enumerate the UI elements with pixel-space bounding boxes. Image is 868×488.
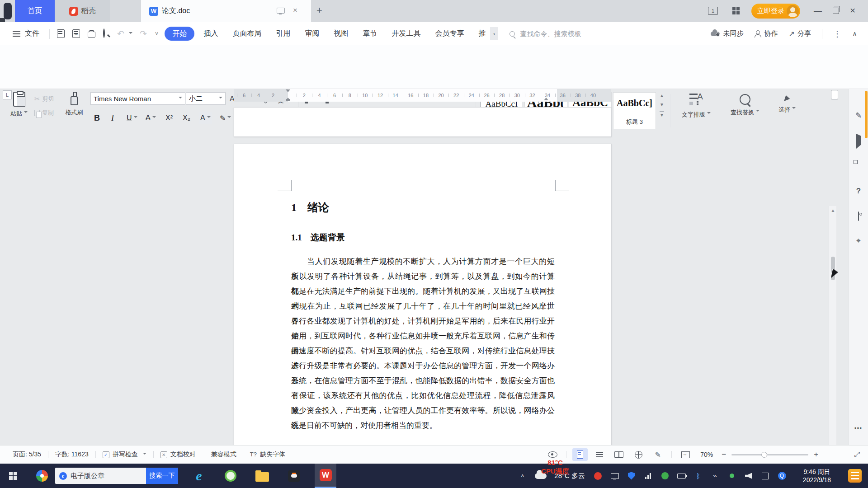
help-icon[interactable]: ? bbox=[849, 187, 868, 196]
locate-icon[interactable]: ⌖ bbox=[849, 236, 868, 245]
taskbar-search-box[interactable]: e 电子版公章 搜索一下 bbox=[55, 468, 178, 484]
search-input[interactable] bbox=[519, 29, 609, 38]
minimize-button[interactable]: — bbox=[814, 6, 822, 16]
taskbar-clock[interactable]: 9:46 周日 2022/9/18 bbox=[790, 468, 844, 484]
menu-tab[interactable]: 推 bbox=[471, 29, 493, 38]
save-icon[interactable] bbox=[57, 29, 65, 38]
annotate-pen-icon[interactable]: ✎ bbox=[849, 111, 868, 120]
image-tool-icon[interactable] bbox=[849, 212, 868, 221]
tab-home[interactable]: 首页 bbox=[15, 0, 55, 22]
page-current[interactable]: 1 绪论 1.1 选题背景 当人们发现随着生产规模的不断扩大，人为计算方面才是一… bbox=[234, 144, 612, 445]
web-view-button[interactable] bbox=[631, 448, 646, 461]
login-button[interactable]: 立即登录 bbox=[751, 4, 800, 19]
print-preview-icon[interactable] bbox=[103, 28, 105, 38]
menu-tab[interactable]: 会员专享 bbox=[428, 29, 471, 38]
network-signal-icon[interactable] bbox=[640, 464, 656, 488]
page-previous[interactable] bbox=[234, 107, 612, 137]
taskbar-app-dark[interactable] bbox=[283, 464, 305, 488]
new-tab-button[interactable]: + bbox=[316, 5, 322, 16]
usb-icon[interactable]: ⌁ bbox=[707, 464, 723, 488]
scroll-up-icon[interactable]: ▲ bbox=[829, 208, 837, 213]
undo-dropdown[interactable] bbox=[127, 29, 132, 39]
page-indicator[interactable]: 页面: 5/35 bbox=[13, 450, 41, 459]
more-options-icon[interactable]: ⋮ bbox=[833, 29, 841, 39]
menu-tab[interactable]: 审阅 bbox=[297, 29, 326, 38]
close-window-button[interactable]: × bbox=[850, 5, 855, 16]
antivirus-icon[interactable] bbox=[590, 464, 606, 488]
menu-tab[interactable]: 开发工具 bbox=[384, 29, 428, 38]
restore-button[interactable] bbox=[833, 8, 839, 14]
tab-selector-box[interactable]: L bbox=[3, 90, 12, 99]
menu-tab[interactable]: 开始 bbox=[165, 27, 194, 41]
right-indent-marker[interactable] bbox=[544, 95, 548, 100]
vertical-scrollbar[interactable]: ▲ ▲ ▼ ↟ ↡ bbox=[829, 206, 836, 445]
menu-tab[interactable]: 章节 bbox=[355, 29, 384, 38]
menu-tab[interactable]: 引用 bbox=[269, 29, 297, 38]
file-menu[interactable]: 文件 bbox=[25, 29, 39, 38]
command-search[interactable] bbox=[509, 29, 609, 38]
book-view-button[interactable] bbox=[611, 448, 627, 461]
taskbar-app-ie[interactable]: e bbox=[188, 464, 210, 488]
more-tabs-button[interactable]: › bbox=[490, 27, 498, 40]
ink-edit-button[interactable]: ✎ bbox=[650, 448, 665, 461]
export-icon[interactable] bbox=[72, 29, 80, 38]
menu-tab[interactable]: 视图 bbox=[326, 29, 355, 38]
monitor-icon[interactable] bbox=[606, 464, 623, 488]
tray-box-icon[interactable] bbox=[757, 464, 774, 488]
presentation-monitor-icon[interactable] bbox=[277, 8, 285, 14]
bluetooth-icon[interactable]: ᛒ bbox=[690, 464, 707, 488]
compatibility-mode[interactable]: 兼容模式 bbox=[211, 450, 236, 459]
share-button[interactable]: ↗ 分享 bbox=[789, 29, 811, 38]
accelerator-icon[interactable] bbox=[656, 464, 673, 488]
app-grid-icon[interactable] bbox=[732, 7, 740, 14]
pointer-tool-icon[interactable] bbox=[849, 136, 868, 145]
quickbar-dropdown-icon[interactable]: ˅ bbox=[155, 30, 159, 37]
first-line-indent-marker[interactable] bbox=[286, 89, 290, 94]
notification-icon[interactable] bbox=[848, 469, 862, 483]
collapse-ribbon-icon[interactable]: ∧ bbox=[852, 30, 857, 38]
search-q-icon[interactable]: Q bbox=[774, 464, 790, 488]
document-tab-label: 论文.doc bbox=[162, 6, 190, 16]
zoom-slider-knob[interactable] bbox=[761, 452, 767, 458]
browser-360-icon[interactable] bbox=[36, 470, 48, 482]
shield-icon[interactable] bbox=[623, 464, 640, 488]
outline-view-button[interactable] bbox=[592, 448, 607, 461]
menu-tab[interactable]: 插入 bbox=[196, 29, 225, 38]
word-count[interactable]: 字数: 11623 bbox=[55, 450, 89, 459]
zoom-slider[interactable] bbox=[731, 454, 808, 455]
battery-icon[interactable] bbox=[673, 464, 690, 488]
print-icon[interactable] bbox=[88, 32, 95, 38]
tab-document[interactable]: W 论文.doc bbox=[141, 0, 311, 22]
sync-status[interactable]: 未同步 bbox=[711, 29, 744, 38]
close-tab-icon[interactable]: × bbox=[293, 6, 297, 15]
taskbar-app-browser[interactable] bbox=[220, 464, 241, 488]
redo-icon[interactable]: ↷ bbox=[140, 28, 147, 39]
zoom-in-button[interactable]: + bbox=[812, 450, 820, 459]
volume-icon[interactable] bbox=[740, 464, 757, 488]
zoom-percent[interactable]: 70% bbox=[697, 451, 716, 458]
fullscreen-icon[interactable]: ⤢ bbox=[854, 450, 860, 459]
interface-mode-icon[interactable]: 1 bbox=[708, 7, 718, 15]
taskbar-app-explorer[interactable] bbox=[251, 464, 273, 488]
tray-expand-icon[interactable]: ˄ bbox=[514, 464, 531, 488]
collaborate-button[interactable]: 协作 bbox=[755, 29, 778, 38]
start-button[interactable] bbox=[0, 464, 26, 488]
tab-docer[interactable]: 稻壳 bbox=[55, 0, 110, 22]
ruler-toggle-icon[interactable] bbox=[831, 90, 838, 99]
undo-icon[interactable]: ↶ bbox=[117, 28, 124, 39]
zoom-out-button[interactable]: − bbox=[720, 450, 727, 459]
menu-tab[interactable]: 页面布局 bbox=[225, 29, 269, 38]
hamburger-menu-icon[interactable] bbox=[13, 31, 20, 37]
left-indent-marker[interactable] bbox=[286, 99, 290, 101]
missing-font-warning[interactable]: T? 缺失字体 bbox=[250, 450, 285, 459]
taskbar-app-wps[interactable]: W bbox=[315, 464, 336, 488]
taskbar-search-button[interactable]: 搜索一下 bbox=[146, 468, 178, 484]
fit-page-button[interactable] bbox=[678, 448, 693, 461]
status-dot-icon[interactable] bbox=[723, 464, 740, 488]
horizontal-ruler[interactable]: 642 246810121416182022242628303234363840… bbox=[0, 89, 868, 103]
spellcheck-toggle[interactable]: ✓ 拼写检查 bbox=[103, 450, 146, 459]
more-tools-icon[interactable]: ⋯ bbox=[849, 423, 868, 433]
proofread-toggle[interactable]: ✕ 文档校对 bbox=[160, 450, 196, 459]
document-area[interactable]: 1 绪论 1.1 选题背景 当人们发现随着生产规模的不断扩大，人为计算方面才是一… bbox=[0, 103, 868, 445]
document-line: 各行各业都发现了计算机的好处，计算机刚开始是军用的，后来在民用行业开始 bbox=[291, 314, 555, 328]
